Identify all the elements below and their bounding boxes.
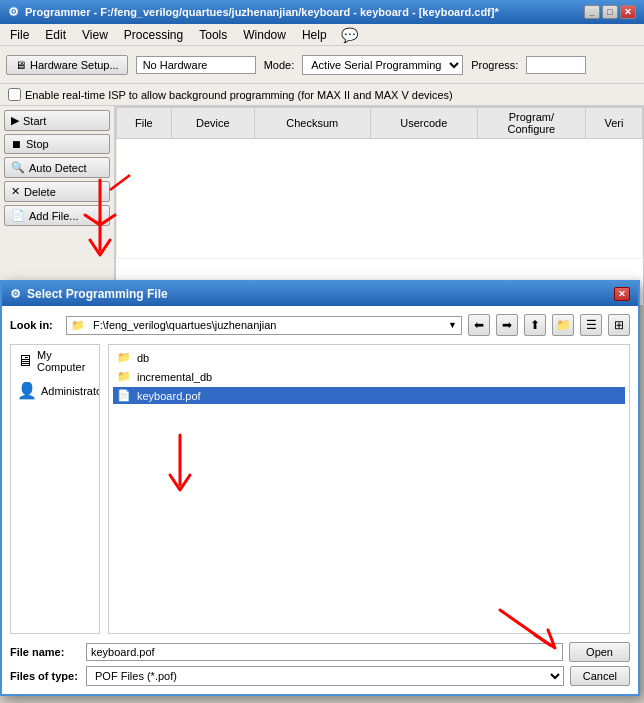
cancel-button[interactable]: Cancel [570,666,630,686]
side-buttons-panel: ▶ Start ⏹ Stop 🔍 Auto Detect ✕ Delete 📄 … [0,106,115,306]
add-file-button[interactable]: 📄 Add File... [4,205,110,226]
folder-icon-db: 📁 [117,351,131,364]
col-device: Device [171,108,254,139]
computer-icon: 🖥 [17,352,33,370]
filetype-select[interactable]: POF Files (*.pof) [86,666,564,686]
dialog-titlebar: ⚙ Select Programming File ✕ [2,282,638,306]
menu-window[interactable]: Window [237,26,292,44]
isp-checkbox[interactable] [8,88,21,101]
file-name-inc: incremental_db [137,371,212,383]
filename-row: File name: Open [10,642,630,662]
file-list-panel[interactable]: 📁 db 📁 incremental_db 📄 keyboard.pof [108,344,630,634]
nav-back-button[interactable]: ⬅ [468,314,490,336]
col-program: Program/Configure [477,108,585,139]
user-icon: 👤 [17,381,37,400]
file-item-db[interactable]: 📁 db [113,349,625,366]
window-controls[interactable]: _ □ ✕ [584,5,636,19]
delete-icon: ✕ [11,185,20,198]
toolbar: 🖥 Hardware Setup... No Hardware Mode: Ac… [0,46,644,84]
menu-bar: File Edit View Processing Tools Window H… [0,24,644,46]
look-in-label: Look in: [10,319,60,331]
nav-up-button[interactable]: ⬆ [524,314,546,336]
file-browser: 🖥 My Computer 👤 Administrator 📁 db [10,344,630,634]
auto-detect-button[interactable]: 🔍 Auto Detect [4,157,110,178]
mode-select[interactable]: Active Serial Programming [302,55,463,75]
select-file-dialog: ⚙ Select Programming File ✕ Look in: 📁 F… [0,280,640,696]
col-checksum: Checksum [254,108,370,139]
filename-input[interactable] [86,643,563,661]
no-hardware-display: No Hardware [136,56,256,74]
stop-button[interactable]: ⏹ Stop [4,134,110,154]
col-usercode: Usercode [370,108,477,139]
new-folder-button[interactable]: 📁 [552,314,574,336]
menu-file[interactable]: File [4,26,35,44]
menu-help[interactable]: Help [296,26,333,44]
dialog-icon: ⚙ [10,287,21,301]
dropdown-chevron-icon: ▼ [448,320,457,330]
col-veri: Veri [585,108,642,139]
isp-checkbox-row: Enable real-time ISP to allow background… [0,84,644,106]
look-in-dropdown[interactable]: 📁 F:\feng_verilog\quartues\juzhenanjian … [66,316,462,335]
menu-processing[interactable]: Processing [118,26,189,44]
minimize-button[interactable]: _ [584,5,600,19]
help-icon: 💬 [341,27,358,43]
title-bar: ⚙ Programmer - F:/feng_verilog/quartues/… [0,0,644,24]
file-item-incremental-db[interactable]: 📁 incremental_db [113,368,625,385]
start-button[interactable]: ▶ Start [4,110,110,131]
progress-label: Progress: [471,59,518,71]
filetype-label: Files of type: [10,670,80,682]
hardware-icon: 🖥 [15,59,26,71]
menu-tools[interactable]: Tools [193,26,233,44]
open-button[interactable]: Open [569,642,630,662]
maximize-button[interactable]: □ [602,5,618,19]
menu-edit[interactable]: Edit [39,26,72,44]
menu-view[interactable]: View [76,26,114,44]
folder-icon-inc: 📁 [117,370,131,383]
start-icon: ▶ [11,114,19,127]
isp-label: Enable real-time ISP to allow background… [25,89,453,101]
shortcut-label-admin: Administrator [41,385,100,397]
look-in-row: Look in: 📁 F:\feng_verilog\quartues\juzh… [10,314,630,336]
shortcut-administrator[interactable]: 👤 Administrator [11,377,99,404]
dialog-body: Look in: 📁 F:\feng_verilog\quartues\juzh… [2,306,638,694]
mode-label: Mode: [264,59,295,71]
shortcut-my-computer[interactable]: 🖥 My Computer [11,345,99,377]
stop-icon: ⏹ [11,138,22,150]
progress-bar [526,56,586,74]
filetype-row: Files of type: POF Files (*.pof) Cancel [10,666,630,686]
folder-icon: 📁 [71,319,85,332]
delete-button[interactable]: ✕ Delete [4,181,110,202]
close-button[interactable]: ✕ [620,5,636,19]
main-area: ▶ Start ⏹ Stop 🔍 Auto Detect ✕ Delete 📄 … [0,106,644,306]
view-list-button[interactable]: ☰ [580,314,602,336]
view-details-button[interactable]: ⊞ [608,314,630,336]
file-icon-pof: 📄 [117,389,131,402]
filename-label: File name: [10,646,80,658]
shortcut-label: My Computer [37,349,93,373]
shortcuts-panel: 🖥 My Computer 👤 Administrator [10,344,100,634]
nav-forward-button[interactable]: ➡ [496,314,518,336]
file-name-db: db [137,352,149,364]
hardware-setup-button[interactable]: 🖥 Hardware Setup... [6,55,128,75]
window-title: Programmer - F:/feng_verilog/quartues/ju… [25,6,499,18]
table-row-empty [117,139,643,259]
file-item-keyboard-pof[interactable]: 📄 keyboard.pof [113,387,625,404]
add-file-icon: 📄 [11,209,25,222]
auto-detect-icon: 🔍 [11,161,25,174]
app-icon: ⚙ [8,5,19,19]
look-in-path: F:\feng_verilog\quartues\juzhenanjian [93,319,276,331]
programming-table: File Device Checksum Usercode Program/Co… [115,106,644,306]
dialog-close-button[interactable]: ✕ [614,287,630,301]
file-name-pof: keyboard.pof [137,390,201,402]
col-file: File [117,108,172,139]
dialog-title: Select Programming File [27,287,168,301]
prog-table: File Device Checksum Usercode Program/Co… [116,107,643,259]
